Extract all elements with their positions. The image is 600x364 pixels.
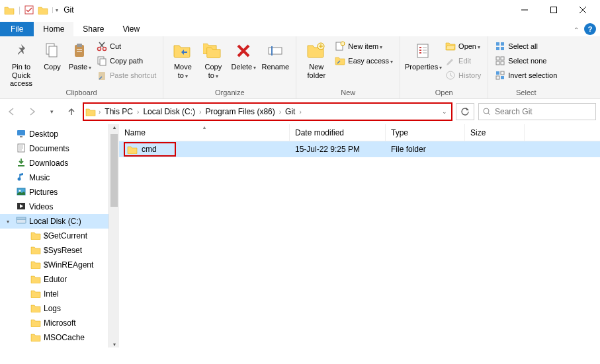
select-none-button[interactable]: Select none: [492, 54, 560, 68]
svg-rect-27: [496, 61, 499, 65]
cut-button[interactable]: Cut: [94, 39, 159, 54]
nav-up-button[interactable]: [64, 104, 79, 120]
open-button[interactable]: Open: [443, 39, 484, 54]
tree-item-icon: [16, 172, 26, 184]
tree-item-label: Intel: [44, 289, 59, 299]
select-all-button[interactable]: Select all: [492, 39, 560, 54]
tree-item-icon: [16, 143, 26, 155]
svg-point-37: [18, 177, 21, 180]
table-row[interactable]: cmd15-Jul-22 9:25 PMFile folder: [119, 141, 600, 157]
refresh-button[interactable]: [456, 103, 474, 120]
tree-item[interactable]: $SysReset: [0, 243, 108, 258]
tree-item[interactable]: Edutor: [0, 272, 108, 287]
maximize-button[interactable]: [539, 1, 568, 19]
copy-to-button[interactable]: Copy to: [198, 38, 228, 79]
breadcrumb-sep[interactable]: ›: [136, 108, 140, 116]
tree-item[interactable]: Logs: [0, 301, 108, 316]
nav-forward-button[interactable]: [24, 104, 40, 120]
tree-item-label: Local Disk (C:): [29, 217, 81, 226]
new-item-button[interactable]: New item: [332, 39, 396, 54]
minimize-button[interactable]: [510, 1, 539, 19]
tree-item[interactable]: Documents: [0, 141, 108, 156]
tree-item[interactable]: $WinREAgent: [0, 258, 108, 272]
invert-selection-button[interactable]: Invert selection: [492, 68, 560, 83]
col-name[interactable]: Name: [119, 124, 290, 141]
tree-item[interactable]: Microsoft: [0, 316, 108, 330]
history-icon: [445, 70, 456, 81]
col-type[interactable]: Type: [386, 124, 465, 141]
folder-icon: [127, 145, 138, 154]
breadcrumb-item[interactable]: Program Files (x86): [202, 104, 277, 120]
tree-item[interactable]: Pictures: [0, 185, 108, 200]
breadcrumb-folder-icon: [84, 107, 97, 116]
breadcrumb-bar[interactable]: › This PC › Local Disk (C:) › Program Fi…: [83, 103, 452, 120]
svg-rect-30: [501, 71, 504, 75]
qat-dropdown[interactable]: ▾: [52, 7, 58, 13]
tree-item[interactable]: Music: [0, 170, 108, 185]
breadcrumb-dropdown[interactable]: ⌄: [438, 108, 451, 115]
cell-date: 15-Jul-22 9:25 PM: [290, 145, 386, 154]
tree-item[interactable]: Downloads: [0, 156, 108, 170]
delete-button[interactable]: Delete: [228, 38, 259, 71]
tree-item[interactable]: ▾Local Disk (C:): [0, 214, 108, 229]
help-button[interactable]: ?: [584, 23, 596, 35]
edit-button[interactable]: Edit: [443, 54, 484, 68]
col-size[interactable]: Size: [465, 124, 525, 141]
tree-item-label: MSOCache: [44, 333, 85, 342]
breadcrumb-item[interactable]: This PC: [102, 104, 136, 120]
rename-button[interactable]: Rename: [259, 38, 292, 71]
qat-checkbox-icon[interactable]: [24, 5, 34, 15]
svg-rect-7: [77, 44, 82, 47]
svg-rect-24: [501, 47, 504, 50]
easy-access-button[interactable]: Easy access: [332, 54, 396, 68]
history-button[interactable]: History: [443, 68, 484, 83]
search-box[interactable]: Search Git: [478, 103, 596, 120]
breadcrumb-sep[interactable]: ›: [298, 108, 302, 116]
tree-item-label: $GetCurrent: [44, 231, 87, 240]
window-title: Git: [64, 5, 73, 15]
tree-item-icon: [30, 289, 41, 300]
breadcrumb-sep[interactable]: ›: [278, 108, 282, 116]
svg-rect-26: [501, 57, 504, 60]
close-button[interactable]: [568, 1, 597, 19]
svg-rect-32: [501, 76, 504, 79]
expand-icon[interactable]: ▾: [7, 219, 13, 225]
qat-folder-icon[interactable]: [38, 5, 48, 15]
collapse-ribbon[interactable]: ⌃: [568, 24, 584, 36]
new-folder-button[interactable]: New folder: [300, 38, 332, 79]
tab-share[interactable]: Share: [73, 22, 113, 36]
breadcrumb-item[interactable]: Git: [282, 104, 298, 120]
tree-item[interactable]: $GetCurrent: [0, 229, 108, 243]
tree-item-label: $WinREAgent: [44, 260, 93, 270]
properties-button[interactable]: Properties: [404, 38, 443, 71]
breadcrumb-sep[interactable]: ›: [97, 108, 102, 116]
main-content: DesktopDocumentsDownloadsMusicPicturesVi…: [0, 124, 600, 347]
navigation-tree[interactable]: DesktopDocumentsDownloadsMusicPicturesVi…: [0, 124, 108, 347]
svg-rect-34: [17, 130, 25, 135]
tree-item[interactable]: Desktop: [0, 127, 108, 141]
breadcrumb-item[interactable]: Local Disk (C:): [140, 104, 198, 120]
tab-file[interactable]: File: [0, 22, 34, 36]
copy-button[interactable]: Copy: [38, 38, 66, 71]
tab-home[interactable]: Home: [34, 22, 73, 36]
col-date[interactable]: Date modified: [290, 124, 386, 141]
tree-item[interactable]: Videos: [0, 200, 108, 214]
tree-scrollbar[interactable]: [108, 124, 119, 347]
svg-rect-13: [100, 59, 106, 65]
move-to-button[interactable]: Move to: [167, 38, 198, 79]
tree-item[interactable]: Intel: [0, 287, 108, 301]
tree-item[interactable]: MSOCache: [0, 330, 108, 345]
group-label-organize: Organize: [167, 89, 292, 98]
tab-view[interactable]: View: [113, 22, 149, 36]
breadcrumb-sep[interactable]: ›: [198, 108, 202, 116]
new-folder-icon: [306, 40, 327, 61]
nav-back-button[interactable]: [4, 104, 20, 120]
paste-button[interactable]: Paste: [66, 38, 94, 71]
tree-item-icon: [30, 332, 41, 344]
pin-to-quick-access-button[interactable]: Pin to Quick access: [4, 38, 38, 88]
scrollbar-thumb[interactable]: [110, 134, 118, 207]
nav-recent-button[interactable]: ▾: [44, 104, 60, 120]
paste-shortcut-button[interactable]: Paste shortcut: [94, 68, 159, 83]
copy-path-button[interactable]: Copy path: [94, 54, 159, 68]
tree-item-label: Videos: [29, 202, 53, 211]
